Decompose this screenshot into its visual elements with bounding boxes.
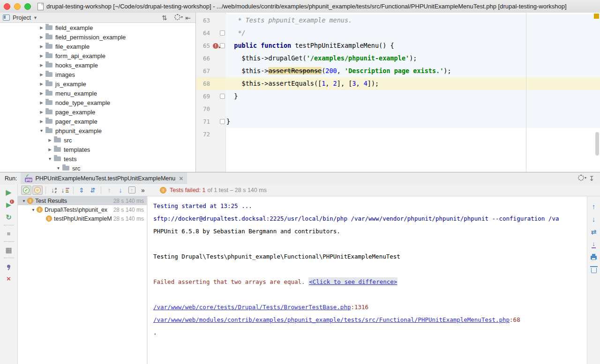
fold-marker-top[interactable] bbox=[220, 30, 225, 36]
project-tree-item[interactable]: ▶src bbox=[0, 135, 195, 145]
print-icon bbox=[591, 254, 597, 260]
editor-line[interactable]: 70 bbox=[196, 103, 600, 115]
hide-button[interactable]: ⇤ bbox=[183, 14, 193, 22]
settings-button[interactable]: ▾ bbox=[174, 13, 183, 22]
editor-line[interactable]: 71} bbox=[196, 115, 600, 128]
editor-line[interactable]: 68 $this->assertEquals([1, 2], [3, 4]); bbox=[196, 77, 600, 90]
run-configuration-tab[interactable]: ✓php PHPUnitExampleMenuTest.testPhpUnitE… bbox=[21, 172, 187, 184]
console-link[interactable]: <Click to see difference> bbox=[308, 277, 398, 286]
clear-all-button[interactable] bbox=[588, 263, 600, 276]
editor-line[interactable]: 72 bbox=[196, 128, 600, 141]
minimize-window-button[interactable] bbox=[14, 3, 21, 10]
chevron-right-icon[interactable]: ▶ bbox=[47, 138, 53, 142]
toggle-auto-test-button[interactable]: ↻ bbox=[3, 211, 15, 223]
expand-all-button[interactable]: ⇕ bbox=[76, 186, 87, 195]
settings-button[interactable]: ▾ bbox=[578, 174, 587, 182]
editor-line[interactable]: 66 $this->drupalGet('/examples/phpunit-e… bbox=[196, 52, 600, 65]
chevron-right-icon[interactable]: ▶ bbox=[38, 110, 45, 114]
chevron-right-icon[interactable]: ▶ bbox=[38, 44, 45, 49]
chevron-down-icon[interactable]: ▼ bbox=[30, 208, 37, 212]
code-text bbox=[225, 103, 600, 115]
project-tree-item[interactable]: ▶templates bbox=[0, 145, 195, 154]
chevron-down-icon[interactable]: ▼ bbox=[55, 166, 61, 171]
show-passed-button[interactable]: ✓ bbox=[21, 186, 31, 195]
chevron-right-icon[interactable]: ▶ bbox=[38, 25, 45, 30]
test-console[interactable]: Testing started at 13:25 ...sftp://docke… bbox=[148, 196, 587, 364]
project-tree-item[interactable]: ▼tests bbox=[0, 154, 195, 163]
test-tree-item[interactable]: !testPhpUnitExampleM28 s 140 ms bbox=[18, 214, 147, 223]
stop-button[interactable]: ■ bbox=[3, 228, 15, 239]
fold-marker-bottom[interactable] bbox=[220, 119, 225, 124]
close-window-button[interactable] bbox=[4, 3, 10, 10]
chevron-right-icon[interactable]: ▶ bbox=[38, 82, 45, 86]
project-tree-item[interactable]: ▶js_example bbox=[0, 79, 195, 89]
editor-line[interactable]: 63 * Tests phpunit_example menus. bbox=[196, 14, 600, 27]
editor-scrollbar-thumb[interactable] bbox=[595, 132, 599, 156]
hide-run-button[interactable]: ↧ bbox=[587, 174, 596, 183]
editor-line[interactable]: 67 $this->assertResponse(200, 'Descripti… bbox=[196, 65, 600, 77]
show-ignored-button[interactable]: ≡ bbox=[32, 186, 43, 195]
chevron-down-icon[interactable]: ▼ bbox=[21, 199, 27, 203]
editor-line[interactable]: 69 } bbox=[196, 90, 600, 103]
up-stack-trace-button[interactable]: ↑ bbox=[588, 200, 600, 213]
close-button[interactable]: × bbox=[3, 273, 15, 284]
code-text: */ bbox=[225, 27, 600, 39]
sort-alphabetically-button[interactable]: ↓az bbox=[49, 186, 59, 195]
collapse-all-button[interactable]: ⇵ bbox=[88, 186, 98, 195]
editor-line[interactable]: 65! public function testPhpUnitExampleMe… bbox=[196, 39, 600, 52]
project-tree-item[interactable]: ▶page_example bbox=[0, 107, 195, 117]
rerun-button[interactable]: ▶ bbox=[3, 187, 15, 198]
chevron-down-icon[interactable]: ▼ bbox=[47, 156, 53, 161]
test-tree-item[interactable]: ▼!Drupal\Tests\phpunit_ex28 s 140 ms bbox=[18, 205, 147, 214]
rerun-failed-tests-button[interactable]: ▶! bbox=[3, 199, 15, 210]
failed-test-run-icon[interactable]: ! bbox=[213, 43, 218, 49]
down-stack-trace-button[interactable]: ↓ bbox=[588, 213, 600, 225]
chevron-down-icon[interactable]: ▼ bbox=[38, 128, 45, 133]
warning-icon: ! bbox=[160, 187, 166, 193]
more-button[interactable]: » bbox=[138, 186, 148, 195]
project-tree-item[interactable]: ▶hooks_example bbox=[0, 60, 195, 70]
collapse-all-button[interactable]: ⇅ bbox=[160, 14, 169, 22]
chevron-right-icon[interactable]: ▶ bbox=[38, 53, 45, 58]
pin-tab-button[interactable] bbox=[3, 260, 15, 272]
console-link[interactable]: /var/www/web/modules/contrib/examples/ph… bbox=[153, 316, 510, 323]
project-tree-item[interactable]: ▶field_example bbox=[0, 23, 195, 32]
chevron-down-icon[interactable]: ▼ bbox=[33, 15, 38, 20]
chevron-right-icon[interactable]: ▶ bbox=[47, 147, 53, 152]
next-failed-test-button[interactable]: ↓ bbox=[115, 186, 126, 195]
project-tree-item[interactable]: ▶pager_example bbox=[0, 117, 195, 126]
project-tree-item[interactable]: ▶menu_example bbox=[0, 89, 195, 98]
project-tree-item[interactable]: ▶file_example bbox=[0, 42, 195, 51]
fold-marker-bottom[interactable] bbox=[220, 94, 225, 99]
scroll-to-end-button[interactable]: ↓ bbox=[588, 238, 600, 251]
console-link[interactable]: /var/www/web/core/tests/Drupal/Tests/Bro… bbox=[153, 304, 351, 311]
folder-icon bbox=[62, 166, 69, 171]
chevron-right-icon[interactable]: ▶ bbox=[38, 63, 45, 67]
chevron-right-icon[interactable]: ▶ bbox=[38, 91, 45, 96]
chevron-right-icon[interactable]: ▶ bbox=[38, 119, 45, 124]
project-tree-item[interactable]: ▼src bbox=[0, 163, 195, 172]
editor[interactable]: 63 * Tests phpunit_example menus.64 */65… bbox=[196, 13, 600, 172]
restore-layout-button[interactable]: ▦ bbox=[3, 244, 15, 255]
editor-line[interactable]: 64 */ bbox=[196, 27, 600, 39]
import-test-results-button[interactable]: ↑ bbox=[127, 186, 137, 195]
project-tree-item[interactable]: ▶field_permission_example bbox=[0, 32, 195, 42]
test-tree-item[interactable]: ▼!Test Results28 s 140 ms bbox=[18, 196, 147, 205]
project-tree-item[interactable]: ▶node_type_example bbox=[0, 98, 195, 107]
close-icon[interactable]: × bbox=[179, 175, 183, 182]
sort-by-duration-button[interactable]: ↓ bbox=[60, 186, 70, 195]
zoom-window-button[interactable] bbox=[24, 3, 31, 10]
project-tree-item[interactable]: ▼phpunit_example bbox=[0, 126, 195, 135]
run-tab-title: PHPUnitExampleMenuTest.testPhpUnitExampl… bbox=[35, 175, 175, 182]
soft-wrap-button[interactable]: ⇄ bbox=[588, 225, 600, 238]
chevron-right-icon[interactable]: ▶ bbox=[38, 72, 45, 77]
print-button[interactable] bbox=[588, 251, 600, 263]
inspection-warning-indicator[interactable] bbox=[594, 14, 599, 19]
test-name: Test Results bbox=[35, 198, 112, 204]
chevron-right-icon[interactable]: ▶ bbox=[38, 100, 45, 105]
previous-failed-test-button[interactable]: ↑ bbox=[104, 186, 114, 195]
project-tree-item[interactable]: ▶form_api_example bbox=[0, 51, 195, 60]
chevron-right-icon[interactable]: ▶ bbox=[38, 35, 45, 39]
tree-item-label: page_example bbox=[55, 109, 95, 116]
project-tree-item[interactable]: ▶images bbox=[0, 70, 195, 79]
